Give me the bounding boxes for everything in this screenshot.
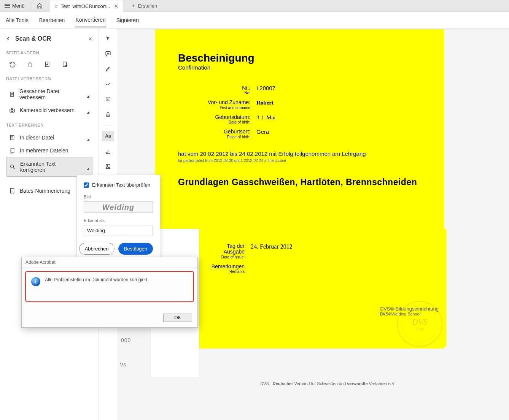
margin-text-2: Vs: [120, 361, 126, 368]
svg-text:A: A: [107, 98, 109, 101]
panel-title: Scan & OCR: [15, 35, 51, 42]
stamp-sub: Jona: [416, 327, 423, 331]
new-tab-label: Erstellen: [138, 3, 157, 9]
correct-recognized-text[interactable]: Erkannten Text korrigieren ◢: [6, 157, 92, 177]
new-tab-button[interactable]: ＋ Erstellen: [126, 1, 162, 11]
toolbar: Alle Tools Bearbeiten Konvertieren Signi…: [0, 12, 509, 29]
chevron-icon: ◢: [87, 94, 89, 98]
confirm-button[interactable]: Bestätigen: [118, 243, 153, 255]
section-recognize-text: TEXT ERKENNEN: [6, 123, 92, 127]
improve-scanned-label: Gescannte Datei verbessern: [19, 88, 82, 100]
star-icon: ☆: [54, 3, 59, 9]
stamp-tool[interactable]: [102, 109, 114, 120]
name-label-en: First and surname: [178, 106, 250, 110]
issue-label-en: Date of issue:: [210, 255, 245, 259]
doc-subheading: Confirmation: [178, 64, 429, 71]
divider: [31, 2, 31, 10]
birth-label: Geburtsdatum:: [215, 114, 250, 120]
review-checkbox[interactable]: [84, 182, 89, 188]
home-button[interactable]: [33, 0, 46, 11]
para-en: ha partrorpated from 2012-02-20 unt,1 20…: [178, 158, 429, 163]
ocr-popover: Erkannten Text überprüfen Bild Weiding E…: [76, 175, 160, 262]
svg-rect-8: [10, 189, 14, 193]
info-dialog: Adobe Acrobat i Alle Problemstellen im D…: [21, 257, 198, 328]
back-icon[interactable]: [6, 36, 11, 41]
delete-icon[interactable]: [26, 60, 34, 69]
svg-point-7: [11, 165, 14, 168]
section-change-page: SEITE ÄNDERN: [6, 51, 92, 55]
divider: [48, 2, 48, 10]
tab-title: Test_withOCRuncorr...: [61, 3, 110, 9]
review-checkbox-label: Erkannten Text überprüfen: [92, 182, 150, 188]
close-panel-icon[interactable]: ✕: [88, 36, 92, 42]
home-icon: [37, 3, 43, 9]
dialog-titlebar: Adobe Acrobat: [22, 257, 197, 268]
name-label: Vor- und Zuname:: [208, 99, 250, 105]
text-tool[interactable]: Aa: [102, 131, 114, 141]
birth-label-en: Date of birth:: [178, 120, 250, 124]
recognized-label: Erkannt als: [84, 218, 153, 223]
insert-page-icon[interactable]: [43, 60, 52, 69]
ok-button[interactable]: OK: [163, 314, 192, 322]
improve-camera-label: Kamerabild verbessern: [20, 107, 75, 113]
svg-point-13: [107, 165, 108, 166]
doc-heading: Bescheinigung: [178, 52, 429, 64]
chevron-icon: ◢: [87, 138, 89, 141]
comment-tool[interactable]: [102, 48, 114, 59]
place-label: Geburtsort:: [224, 128, 250, 135]
stamp-circle: DVS Jona: [397, 301, 442, 347]
extract-page-icon[interactable]: [61, 60, 69, 69]
draw-tool[interactable]: [102, 79, 114, 89]
close-icon[interactable]: ✕: [113, 3, 120, 9]
document-scan-icon: [9, 91, 15, 97]
course-title: Grundlagen Gasschweißen, Hartlöten, Bren…: [178, 177, 429, 187]
hamburger-icon: [5, 4, 10, 8]
section-improve-file: DATEI VERBESSERN: [6, 76, 92, 81]
document-viewport[interactable]: Bescheinigung Confirmation Nr.:No: I 200…: [117, 29, 509, 420]
birth-value: 3 1. Mai: [256, 114, 275, 124]
recognize-this-file[interactable]: In dieser Datei ◢: [6, 131, 92, 144]
margin-text-1: 000: [121, 337, 131, 343]
text-box-tool[interactable]: A: [102, 94, 114, 105]
toolbar-edit[interactable]: Bearbeiten: [39, 13, 65, 27]
para-de: hat vom 20 02 2012 bis 24 02.2012 mit Er…: [178, 151, 366, 157]
toolbar-all-tools[interactable]: Alle Tools: [6, 13, 29, 27]
rotate-icon[interactable]: [8, 60, 17, 69]
menu-button[interactable]: Menü: [0, 0, 29, 11]
bates-icon: [9, 188, 15, 194]
signature-tool[interactable]: [102, 146, 114, 157]
panel-header: Scan & OCR ✕: [6, 35, 92, 42]
doc-lower: Tag der AusgabeDate of issue: 24. Februa…: [199, 229, 446, 347]
document-tab[interactable]: ☆ Test_withOCRuncorr... ✕: [50, 0, 123, 12]
issue-value: 24. Februar 2012: [251, 243, 293, 259]
remarks-label: Bemerkungen: [212, 263, 245, 269]
improve-camera[interactable]: Kamerabild verbessern ◢: [6, 104, 92, 117]
recognize-this-label: In dieser Datei: [20, 135, 54, 141]
correct-text-label: Erkannten Text korrigieren: [20, 161, 82, 173]
cancel-button[interactable]: Abbrechen: [79, 243, 115, 255]
nr-label-en: No:: [178, 91, 250, 95]
remarks-label-en: Remari.s: [210, 269, 245, 274]
doc-footer: DVS - Deutscher Verband fur Schweißen un…: [199, 379, 397, 388]
chevron-icon: ◢: [86, 167, 89, 171]
improve-scanned[interactable]: Gescannte Datei verbessern ◢: [6, 85, 92, 104]
toolbar-sign[interactable]: Signieren: [116, 13, 139, 27]
issue-label: Tag der Ausgabe: [224, 243, 245, 255]
name-value: Robert: [256, 100, 274, 109]
plus-icon: ＋: [131, 2, 136, 9]
recognized-input[interactable]: [84, 225, 153, 236]
files-icon: [9, 147, 15, 154]
nr-value: I 20007: [256, 85, 275, 95]
dialog-message: Alle Problemstellen im Dokument wurden k…: [45, 277, 149, 283]
toolbar-convert[interactable]: Konvertieren: [75, 13, 105, 27]
file-icon: [9, 135, 15, 141]
cursor-tool[interactable]: [102, 33, 114, 44]
page-change-icons: [6, 59, 92, 70]
review-checkbox-row[interactable]: Erkannten Text überprüfen: [84, 182, 153, 188]
svg-point-4: [11, 109, 13, 111]
nr-label: Nr.:: [242, 85, 250, 91]
image-tool[interactable]: [102, 161, 114, 172]
highlight-tool[interactable]: [102, 63, 114, 74]
place-value: Gera: [256, 129, 269, 139]
recognize-multiple-files[interactable]: In mehreren Dateien: [6, 144, 92, 157]
